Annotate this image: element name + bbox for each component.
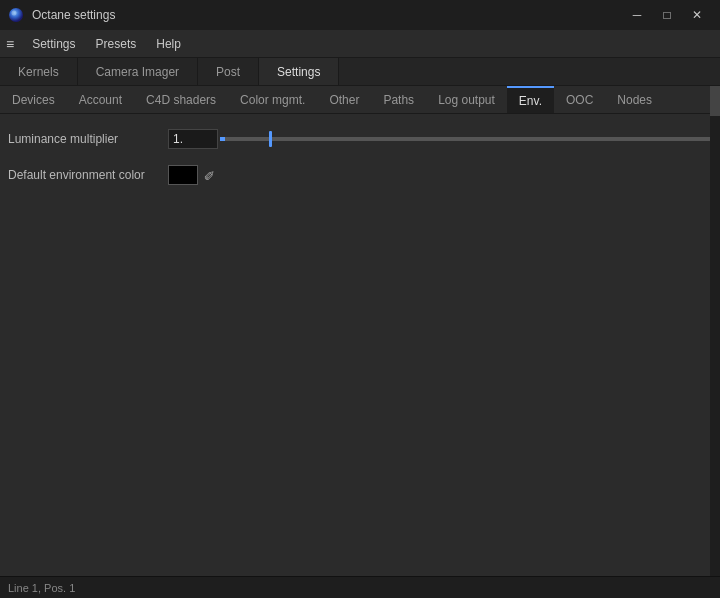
- tab-bar-1: Kernels Camera Imager Post Settings: [0, 58, 720, 86]
- minimize-button[interactable]: ─: [622, 0, 652, 30]
- tab2-color-mgmt[interactable]: Color mgmt.: [228, 86, 317, 113]
- status-text: Line 1, Pos. 1: [8, 582, 75, 594]
- tab2-c4d-shaders[interactable]: C4D shaders: [134, 86, 228, 113]
- tab1-camera-imager[interactable]: Camera Imager: [78, 58, 198, 85]
- tab2-nodes[interactable]: Nodes: [605, 86, 664, 113]
- luminance-slider-container: [220, 137, 710, 141]
- tab2-log-output[interactable]: Log output: [426, 86, 507, 113]
- luminance-multiplier-input[interactable]: [168, 129, 218, 149]
- scrollbar[interactable]: [710, 86, 720, 576]
- tab1-post[interactable]: Post: [198, 58, 259, 85]
- tab2-ooc[interactable]: OOC: [554, 86, 605, 113]
- tab2-account[interactable]: Account: [67, 86, 134, 113]
- tab-bar-2: Devices Account C4D shaders Color mgmt. …: [0, 86, 720, 114]
- main-content: Luminance multiplier Default environment…: [0, 114, 720, 210]
- luminance-multiplier-row: Luminance multiplier: [8, 126, 712, 152]
- luminance-multiplier-label: Luminance multiplier: [8, 132, 168, 146]
- default-env-color-label: Default environment color: [8, 168, 168, 182]
- menu-bar: ≡ Settings Presets Help: [0, 30, 720, 58]
- default-env-color-swatch[interactable]: [168, 165, 198, 185]
- menu-item-presets[interactable]: Presets: [86, 33, 147, 55]
- window-controls: ─ □ ✕: [622, 0, 712, 30]
- menu-item-settings[interactable]: Settings: [22, 33, 85, 55]
- menu-item-help[interactable]: Help: [146, 33, 191, 55]
- close-button[interactable]: ✕: [682, 0, 712, 30]
- default-env-color-row: Default environment color ✏: [8, 162, 712, 188]
- color-picker-icon[interactable]: ✏: [200, 165, 220, 185]
- tab2-other[interactable]: Other: [317, 86, 371, 113]
- scrollbar-thumb[interactable]: [710, 86, 720, 116]
- tab2-env[interactable]: Env.: [507, 86, 554, 113]
- tab2-paths[interactable]: Paths: [371, 86, 426, 113]
- title-text: Octane settings: [32, 8, 115, 22]
- title-left: Octane settings: [8, 7, 115, 23]
- svg-point-1: [12, 11, 17, 16]
- maximize-button[interactable]: □: [652, 0, 682, 30]
- luminance-multiplier-slider[interactable]: [220, 137, 710, 141]
- status-bar: Line 1, Pos. 1: [0, 576, 720, 598]
- title-bar: Octane settings ─ □ ✕: [0, 0, 720, 30]
- svg-point-0: [9, 8, 23, 22]
- tab1-settings[interactable]: Settings: [259, 58, 339, 85]
- tab1-kernels[interactable]: Kernels: [0, 58, 78, 85]
- tab2-devices[interactable]: Devices: [0, 86, 67, 113]
- app-icon: [8, 7, 24, 23]
- menu-icon[interactable]: ≡: [6, 36, 14, 52]
